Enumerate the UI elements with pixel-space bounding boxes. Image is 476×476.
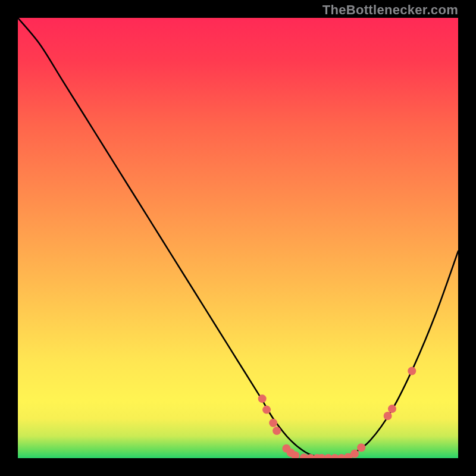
plot-area [18,18,458,458]
data-dot [262,406,271,414]
data-dot [384,412,392,420]
bottleneck-curve [18,18,458,458]
curve-svg [18,18,458,458]
data-dots [258,367,416,458]
data-dot [357,443,365,452]
chart-container: TheBottlenecker.com [0,0,476,476]
watermark-text: TheBottlenecker.com [322,2,458,18]
data-dot [258,394,267,403]
data-dot [408,367,416,375]
data-dot [350,450,359,458]
data-dot [269,419,277,427]
data-dot [388,405,396,413]
data-dot [273,427,281,435]
